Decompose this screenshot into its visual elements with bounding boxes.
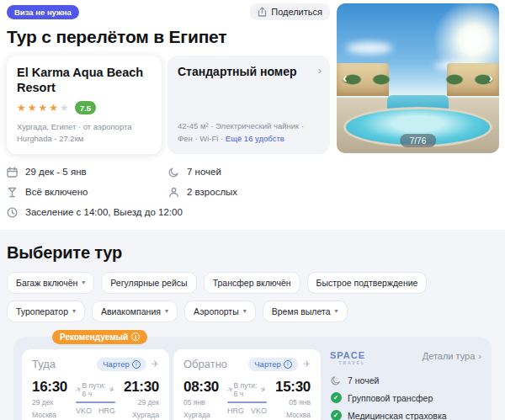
filter-airports[interactable]: Аэропорты▾	[184, 300, 256, 322]
arrival-airport: HRG	[98, 407, 115, 415]
check-circle-icon: ✓	[330, 392, 342, 404]
feature-label: Групповой трансфер	[348, 393, 433, 403]
hotel-name: El Karma Aqua Beach Resort	[17, 65, 152, 95]
flight-card-header: Обратно Чартер i ✈	[183, 358, 311, 371]
palm-tree	[445, 74, 464, 85]
room-name: Стандартный номер	[178, 65, 320, 78]
photo-counter: 7/76	[400, 134, 436, 147]
room-more-link[interactable]: Ещё 16 удобств	[226, 134, 284, 143]
flight-duration: В пути: 6 ч	[82, 381, 109, 398]
carousel-prev-icon[interactable]: ‹	[343, 71, 348, 85]
flight-airports-row: HRG VKO	[227, 407, 267, 415]
charter-label: Чартер	[103, 359, 130, 369]
room-card[interactable]: Стандартный номер › 42-45 м² · Электриче…	[167, 56, 330, 154]
chevron-down-icon: ▾	[335, 307, 338, 315]
share-button[interactable]: Поделиться	[250, 3, 330, 20]
filter-regular-flights[interactable]: Регулярные рейсы	[101, 272, 196, 294]
filter-label: Аэропорты	[194, 306, 239, 316]
hotel-photo-carousel[interactable]: ‹ › 7/76	[337, 3, 499, 153]
feature-label: Медицинская страховка	[348, 411, 447, 420]
chevron-down-icon: ▾	[72, 307, 76, 315]
chevron-right-icon[interactable]: ›	[318, 64, 322, 77]
recommended-badge[interactable]: Рекомендуемый i	[52, 330, 147, 344]
carousel-next-icon[interactable]: ›	[488, 71, 493, 85]
charter-badge[interactable]: Чартер i	[248, 358, 298, 371]
info-icon: i	[132, 360, 141, 369]
cards-row: El Karma Aqua Beach Resort ★★★★★ 7.5 Хур…	[7, 56, 330, 154]
arrival-time: 21:30	[122, 379, 159, 396]
filter-chips: Багаж включён▾ Регулярные рейсы Трансфер…	[7, 272, 486, 322]
flight-line	[76, 401, 115, 403]
departure-airport: HRG	[227, 407, 244, 415]
outbound-flight-card[interactable]: Туда Чартер i ✈ 16:30 29 дек Москва	[22, 349, 169, 420]
trip-dates-label: 29 дек - 5 янв	[25, 167, 87, 177]
arrival-date: 05 янв	[274, 397, 311, 408]
hotel-stars: ★★★★★ 7.5	[17, 101, 152, 114]
filter-label: Регулярные рейсы	[110, 278, 187, 288]
filter-label: Багаж включён	[16, 278, 77, 288]
flight-direction-label: Туда	[32, 358, 56, 370]
page-title: Тур с перелётом в Египет	[7, 27, 330, 47]
trip-dates: 29 дек - 5 янв	[7, 167, 168, 178]
filter-baggage[interactable]: Багаж включён▾	[7, 272, 94, 294]
tour-inner: Туда Чартер i ✈ 16:30 29 дек Москва	[22, 349, 483, 420]
arrival-time: 15:30	[274, 379, 311, 396]
filter-tour-operator[interactable]: Туроператор▾	[7, 300, 85, 322]
departure-date: 05 янв	[183, 397, 221, 408]
trip-board-label: Всё включено	[25, 187, 88, 197]
charter-label: Чартер	[254, 359, 281, 369]
recommended-label: Рекомендуемый	[60, 332, 128, 342]
chevron-down-icon: ▾	[165, 307, 168, 315]
clock-icon	[7, 207, 18, 218]
departure-airport: VKO	[76, 407, 92, 415]
tour-details-panel: SPACE TRAVEL Детали тура › 7 ночей	[325, 349, 483, 420]
flight-duration-row: ✈ В пути: 6 ч ✈	[227, 381, 267, 398]
filter-airline[interactable]: Авиакомпания▾	[92, 300, 178, 322]
star-empty-icon: ★	[60, 103, 69, 113]
photo-cloud	[347, 42, 392, 54]
trip-nights: 7 ночей	[168, 167, 330, 178]
tour-features: 7 ночей ✓ Групповой трансфер ✓ Медицинск…	[330, 375, 481, 420]
filter-transfer[interactable]: Трансфер включён	[204, 272, 300, 294]
flight-line	[227, 401, 267, 403]
moon-icon	[168, 167, 179, 178]
tour-details-link[interactable]: Детали тура ›	[423, 351, 481, 361]
feature-group-transfer: ✓ Групповой трансфер	[330, 392, 481, 404]
visa-badge: Виза не нужна	[7, 5, 79, 19]
charter-badge[interactable]: Чартер i	[97, 358, 146, 371]
photo-palms	[337, 74, 499, 92]
filter-label: Трансфер включён	[213, 278, 291, 288]
departure-city: Москва	[32, 410, 69, 420]
flight-airports-row: VKO HRG	[76, 407, 115, 415]
hotel-card[interactable]: El Karma Aqua Beach Resort ★★★★★ 7.5 Хур…	[7, 56, 162, 154]
calendar-icon	[7, 167, 18, 178]
badge-row: Виза не нужна Поделиться	[7, 3, 330, 20]
arrival-city: Хургада	[122, 410, 159, 420]
feature-nights: 7 ночей	[330, 375, 481, 386]
flight-head-right: Чартер i ✈	[248, 358, 311, 371]
filter-label: Время вылета	[272, 306, 331, 316]
trip-checkin: Заселение с 14:00, Выезд до 12:00	[7, 207, 330, 218]
departure-time: 08:30	[183, 379, 221, 396]
star-icon: ★	[49, 103, 58, 113]
flight-card-header: Туда Чартер i ✈	[32, 358, 159, 371]
trip-guests: 2 взрослых	[168, 187, 330, 198]
filter-label: Туроператор	[16, 306, 68, 316]
inbound-flight-card[interactable]: Обратно Чартер i ✈ 08:30 05 янв Хургада	[173, 349, 321, 420]
choose-tour-title: Выберите тур	[7, 243, 498, 263]
departure-city: Хургада	[183, 410, 221, 420]
departure-block: 16:30 29 дек Москва	[32, 379, 69, 420]
feature-insurance: ✓ Медицинская страховка	[330, 410, 481, 420]
departure-block: 08:30 05 янв Хургада	[183, 379, 221, 420]
filter-fast-confirm[interactable]: Быстрое подтверждение	[307, 272, 428, 294]
info-icon: i	[284, 360, 292, 369]
tour-operator-logo[interactable]: SPACE TRAVEL	[330, 351, 365, 365]
filter-departure-time[interactable]: Время вылета▾	[263, 300, 348, 322]
share-icon	[258, 7, 267, 17]
trip-checkin-label: Заселение с 14:00, Выезд до 12:00	[25, 207, 183, 217]
star-icon: ★	[39, 103, 48, 113]
airline-icon[interactable]: ✈	[303, 359, 311, 369]
airline-icon[interactable]: ✈	[152, 359, 159, 369]
operator-subname: TRAVEL	[330, 361, 365, 365]
cocktail-icon	[7, 187, 18, 198]
